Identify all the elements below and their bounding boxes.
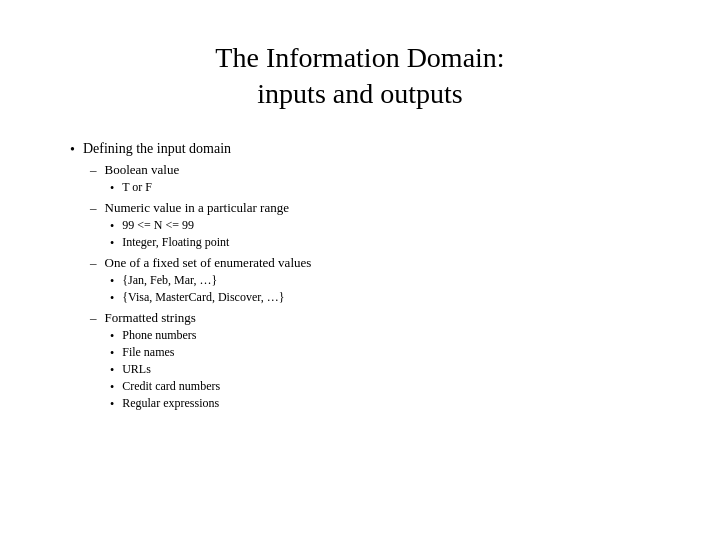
sub-sub-text-f1: Phone numbers — [122, 328, 196, 343]
sub-item-numeric: – Numeric value in a particular range — [70, 200, 660, 216]
section-numeric: – Numeric value in a particular range • … — [70, 200, 660, 251]
sub-sub-torf: • T or F — [70, 180, 660, 196]
sub-sub-months: • {Jan, Feb, Mar, …} — [70, 273, 660, 289]
sub-sub-text-f2: File names — [122, 345, 174, 360]
sub-sub-bullet-f3: • — [110, 363, 114, 378]
sub-sub-bullet-torf: • — [110, 181, 114, 196]
slide-title: The Information Domain: inputs and outpu… — [60, 40, 660, 113]
title-block: The Information Domain: inputs and outpu… — [60, 40, 660, 113]
sub-text-formatted: Formatted strings — [105, 310, 196, 326]
main-bullet-item: • Defining the input domain — [70, 141, 660, 158]
dash-icon: – — [90, 162, 97, 178]
sub-sub-bullet-n2: • — [110, 236, 114, 251]
sub-sub-text-f3: URLs — [122, 362, 151, 377]
sub-sub-credit-card: • Credit card numbers — [70, 379, 660, 395]
dash-icon-4: – — [90, 310, 97, 326]
title-line2: inputs and outputs — [257, 78, 462, 109]
main-bullet-text: Defining the input domain — [83, 141, 231, 157]
sub-sub-text-torf: T or F — [122, 180, 152, 195]
section-boolean: – Boolean value • T or F — [70, 162, 660, 196]
sub-sub-bullet-e2: • — [110, 291, 114, 306]
content-area: • Defining the input domain – Boolean va… — [60, 141, 660, 510]
sub-sub-text-n1: 99 <= N <= 99 — [122, 218, 194, 233]
sub-sub-bullet-e1: • — [110, 274, 114, 289]
sub-sub-visa: • {Visa, MasterCard, Discover, …} — [70, 290, 660, 306]
sub-sub-bullet-f5: • — [110, 397, 114, 412]
dash-icon-3: – — [90, 255, 97, 271]
sub-sub-99n99: • 99 <= N <= 99 — [70, 218, 660, 234]
slide: The Information Domain: inputs and outpu… — [0, 0, 720, 540]
sub-sub-phone: • Phone numbers — [70, 328, 660, 344]
sub-sub-bullet-f4: • — [110, 380, 114, 395]
sub-text-enum: One of a fixed set of enumerated values — [105, 255, 312, 271]
sub-sub-bullet-f2: • — [110, 346, 114, 361]
dash-icon-2: – — [90, 200, 97, 216]
sub-sub-text-f4: Credit card numbers — [122, 379, 220, 394]
sub-sub-bullet-f1: • — [110, 329, 114, 344]
section-formatted: – Formatted strings • Phone numbers • Fi… — [70, 310, 660, 412]
sub-text-numeric: Numeric value in a particular range — [105, 200, 289, 216]
sub-sub-text-f5: Regular expressions — [122, 396, 219, 411]
sub-sub-bullet-n1: • — [110, 219, 114, 234]
main-bullet-dot: • — [70, 142, 75, 158]
section-enum: – One of a fixed set of enumerated value… — [70, 255, 660, 306]
sub-sub-urls: • URLs — [70, 362, 660, 378]
sub-sub-text-e2: {Visa, MasterCard, Discover, …} — [122, 290, 284, 305]
sub-text-boolean: Boolean value — [105, 162, 180, 178]
sub-item-enum: – One of a fixed set of enumerated value… — [70, 255, 660, 271]
title-line1: The Information Domain: — [215, 42, 504, 73]
sub-sub-regex: • Regular expressions — [70, 396, 660, 412]
sub-sub-text-e1: {Jan, Feb, Mar, …} — [122, 273, 217, 288]
sub-sub-filenames: • File names — [70, 345, 660, 361]
sub-item-formatted: – Formatted strings — [70, 310, 660, 326]
sub-item-boolean: – Boolean value — [70, 162, 660, 178]
sub-sub-integer: • Integer, Floating point — [70, 235, 660, 251]
sub-sub-text-n2: Integer, Floating point — [122, 235, 229, 250]
